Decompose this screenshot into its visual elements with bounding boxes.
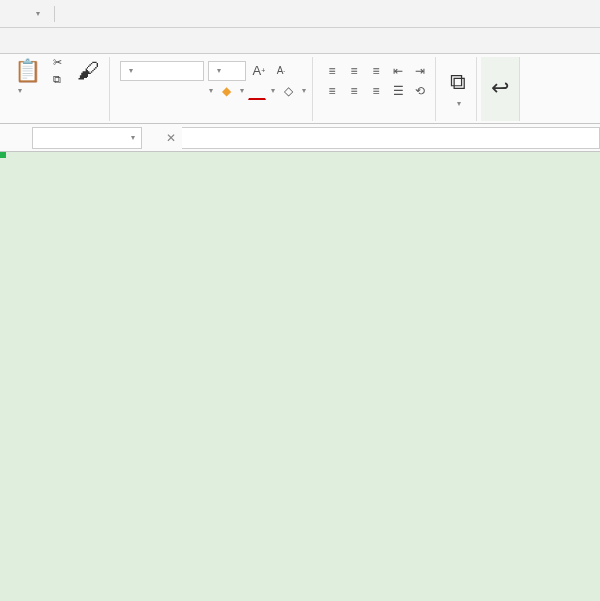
wrap-icon: ↩ xyxy=(491,75,509,101)
border-icon[interactable] xyxy=(186,82,204,100)
titlebar: ▾ xyxy=(0,0,600,28)
align-left-icon[interactable]: ≡ xyxy=(323,82,341,100)
align-middle-icon[interactable]: ≡ xyxy=(345,62,363,80)
file-menu[interactable]: ▾ xyxy=(26,7,46,20)
hamburger-icon[interactable] xyxy=(8,12,20,16)
indent-increase-icon[interactable]: ⇥ xyxy=(411,62,429,80)
align-right-icon[interactable]: ≡ xyxy=(367,82,385,100)
grow-font-icon[interactable]: A+ xyxy=(250,62,268,80)
chevron-down-icon: ▾ xyxy=(36,9,40,18)
chevron-down-icon: ▾ xyxy=(209,86,213,95)
underline-icon[interactable] xyxy=(164,82,182,100)
name-box[interactable]: ▾ xyxy=(32,127,142,149)
align-top-icon[interactable]: ≡ xyxy=(323,62,341,80)
chevron-down-icon: ▾ xyxy=(129,66,133,75)
chevron-down-icon: ▾ xyxy=(302,86,306,95)
merge-center-button[interactable]: ⧉ ▾ xyxy=(446,69,470,108)
orientation-icon[interactable]: ⟲ xyxy=(411,82,429,100)
justify-icon[interactable]: ☰ xyxy=(389,82,407,100)
ribbon: 📋 ✂ ⧉ 🖌 ▾ ▾ ▾ A+ A- ▾ ◆▾ xyxy=(0,54,600,124)
font-group: ▾ ▾ A+ A- ▾ ◆▾ ▾ ◇▾ xyxy=(114,57,313,121)
indent-decrease-icon[interactable]: ⇤ xyxy=(389,62,407,80)
format-painter-label xyxy=(72,90,80,92)
chevron-down-icon: ▾ xyxy=(271,86,275,95)
align-center-icon[interactable]: ≡ xyxy=(345,82,363,100)
clipboard-group: 📋 ✂ ⧉ 🖌 ▾ xyxy=(4,57,110,121)
bold-icon[interactable] xyxy=(120,82,138,100)
number-group xyxy=(524,57,544,121)
ribbon-tabs xyxy=(0,28,600,54)
wrap-text-button[interactable]: ↩ xyxy=(487,75,513,103)
scissors-icon: ✂ xyxy=(53,56,62,69)
font-name-combo[interactable]: ▾ xyxy=(120,61,204,81)
italic-icon[interactable] xyxy=(142,82,160,100)
merge-group: ⧉ ▾ xyxy=(440,57,477,121)
formula-input[interactable] xyxy=(182,127,600,149)
phonetic-icon[interactable]: ◇ xyxy=(279,82,297,100)
merge-icon: ⧉ xyxy=(450,69,466,95)
fill-color-icon[interactable]: ◆ xyxy=(217,82,235,100)
chevron-down-icon: ▾ xyxy=(18,86,22,95)
chevron-down-icon: ▾ xyxy=(240,86,244,95)
chevron-down-icon: ▾ xyxy=(457,99,461,108)
paste-label[interactable]: ▾ xyxy=(10,85,26,96)
chevron-down-icon: ▾ xyxy=(131,133,135,142)
formula-bar-row: ▾ ✕ xyxy=(0,124,600,152)
selection-rectangle xyxy=(0,152,4,156)
font-size-combo[interactable]: ▾ xyxy=(208,61,246,81)
cancel-icon[interactable]: ✕ xyxy=(166,131,176,145)
alignment-group: ≡ ≡ ≡ ⇤ ⇥ ≡ ≡ ≡ ☰ ⟲ xyxy=(317,57,436,121)
chevron-down-icon: ▾ xyxy=(217,66,221,75)
wrap-group: ↩ xyxy=(481,57,520,121)
align-bottom-icon[interactable]: ≡ xyxy=(367,62,385,80)
cut-button[interactable]: ✂ xyxy=(49,55,69,70)
separator xyxy=(54,6,55,22)
font-color-icon[interactable] xyxy=(248,82,266,100)
shrink-font-icon[interactable]: A- xyxy=(272,62,290,80)
selection-handle[interactable] xyxy=(0,152,6,158)
